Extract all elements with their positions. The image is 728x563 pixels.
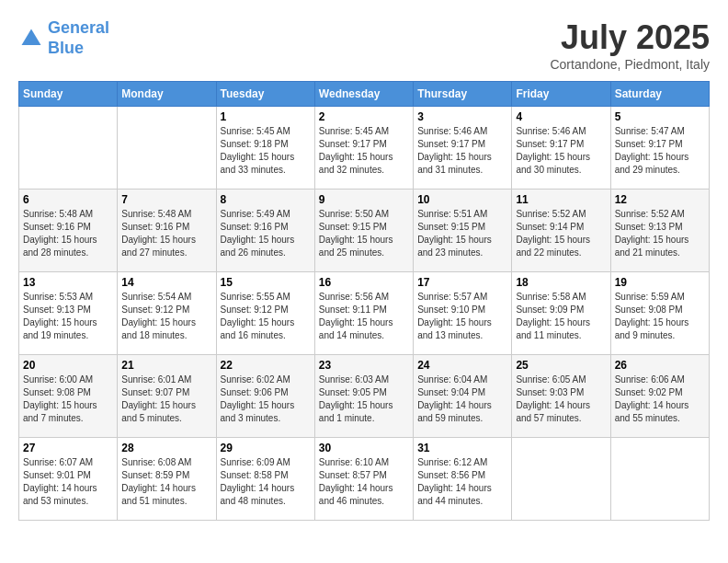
day-info: Sunrise: 6:07 AM Sunset: 9:01 PM Dayligh… xyxy=(23,456,113,508)
calendar-day-cell xyxy=(118,107,216,190)
day-number: 17 xyxy=(417,276,507,289)
month-title: July 2025 xyxy=(550,18,710,57)
day-number: 2 xyxy=(319,110,409,123)
calendar-day-cell xyxy=(610,438,709,521)
weekday-header-tuesday: Tuesday xyxy=(216,82,314,107)
logo: General Blue xyxy=(18,18,109,58)
calendar-day-cell: 30Sunrise: 6:10 AM Sunset: 8:57 PM Dayli… xyxy=(314,438,413,521)
calendar-table: SundayMondayTuesdayWednesdayThursdayFrid… xyxy=(18,81,710,521)
day-info: Sunrise: 5:45 AM Sunset: 9:18 PM Dayligh… xyxy=(221,125,311,177)
page-header: General Blue July 2025 Cortandone, Piedm… xyxy=(18,18,710,72)
calendar-day-cell: 31Sunrise: 6:12 AM Sunset: 8:56 PM Dayli… xyxy=(414,438,512,521)
svg-marker-0 xyxy=(22,29,41,45)
calendar-day-cell: 12Sunrise: 5:52 AM Sunset: 9:13 PM Dayli… xyxy=(610,190,709,272)
calendar-day-cell: 6Sunrise: 5:48 AM Sunset: 9:16 PM Daylig… xyxy=(19,190,118,272)
day-number: 9 xyxy=(319,193,409,206)
logo-icon xyxy=(18,26,44,52)
calendar-day-cell xyxy=(19,107,118,190)
day-number: 1 xyxy=(221,110,311,123)
day-info: Sunrise: 5:46 AM Sunset: 9:17 PM Dayligh… xyxy=(417,125,507,177)
calendar-day-cell: 1Sunrise: 5:45 AM Sunset: 9:18 PM Daylig… xyxy=(216,107,314,190)
calendar-day-cell: 10Sunrise: 5:51 AM Sunset: 9:15 PM Dayli… xyxy=(414,190,512,272)
calendar-day-cell: 13Sunrise: 5:53 AM Sunset: 9:13 PM Dayli… xyxy=(19,272,118,355)
calendar-day-cell: 19Sunrise: 5:59 AM Sunset: 9:08 PM Dayli… xyxy=(610,272,709,355)
calendar-day-cell xyxy=(512,438,610,521)
day-info: Sunrise: 5:47 AM Sunset: 9:17 PM Dayligh… xyxy=(615,125,705,177)
day-number: 16 xyxy=(319,276,409,289)
day-info: Sunrise: 5:45 AM Sunset: 9:17 PM Dayligh… xyxy=(319,125,409,177)
day-number: 19 xyxy=(615,276,705,289)
day-number: 10 xyxy=(417,193,507,206)
day-info: Sunrise: 5:46 AM Sunset: 9:17 PM Dayligh… xyxy=(516,125,606,177)
day-info: Sunrise: 5:51 AM Sunset: 9:15 PM Dayligh… xyxy=(417,208,507,259)
day-info: Sunrise: 6:06 AM Sunset: 9:02 PM Dayligh… xyxy=(615,373,705,425)
calendar-day-cell: 9Sunrise: 5:50 AM Sunset: 9:15 PM Daylig… xyxy=(314,190,413,272)
day-info: Sunrise: 5:50 AM Sunset: 9:15 PM Dayligh… xyxy=(319,208,409,259)
day-number: 12 xyxy=(615,193,705,206)
day-info: Sunrise: 5:48 AM Sunset: 9:16 PM Dayligh… xyxy=(23,208,113,259)
calendar-day-cell: 3Sunrise: 5:46 AM Sunset: 9:17 PM Daylig… xyxy=(414,107,512,190)
calendar-day-cell: 18Sunrise: 5:58 AM Sunset: 9:09 PM Dayli… xyxy=(512,272,610,355)
day-info: Sunrise: 5:54 AM Sunset: 9:12 PM Dayligh… xyxy=(121,291,211,342)
calendar-day-cell: 15Sunrise: 5:55 AM Sunset: 9:12 PM Dayli… xyxy=(216,272,314,355)
day-number: 7 xyxy=(121,193,211,206)
calendar-day-cell: 28Sunrise: 6:08 AM Sunset: 8:59 PM Dayli… xyxy=(118,438,216,521)
calendar-day-cell: 24Sunrise: 6:04 AM Sunset: 9:04 PM Dayli… xyxy=(414,355,512,438)
day-info: Sunrise: 6:02 AM Sunset: 9:06 PM Dayligh… xyxy=(221,373,311,425)
day-number: 4 xyxy=(516,110,606,123)
day-number: 14 xyxy=(121,276,211,289)
calendar-day-cell: 20Sunrise: 6:00 AM Sunset: 9:08 PM Dayli… xyxy=(19,355,118,438)
logo-text: General Blue xyxy=(48,18,109,58)
weekday-header-saturday: Saturday xyxy=(610,82,709,107)
day-info: Sunrise: 6:01 AM Sunset: 9:07 PM Dayligh… xyxy=(121,373,211,425)
day-number: 3 xyxy=(417,110,507,123)
weekday-header-wednesday: Wednesday xyxy=(314,82,413,107)
day-number: 25 xyxy=(516,359,606,372)
day-number: 21 xyxy=(121,359,211,372)
calendar-day-cell: 16Sunrise: 5:56 AM Sunset: 9:11 PM Dayli… xyxy=(314,272,413,355)
calendar-day-cell: 7Sunrise: 5:48 AM Sunset: 9:16 PM Daylig… xyxy=(118,190,216,272)
day-info: Sunrise: 5:58 AM Sunset: 9:09 PM Dayligh… xyxy=(516,291,606,342)
day-number: 26 xyxy=(615,359,705,372)
calendar-day-cell: 14Sunrise: 5:54 AM Sunset: 9:12 PM Dayli… xyxy=(118,272,216,355)
weekday-header-sunday: Sunday xyxy=(19,82,118,107)
calendar-day-cell: 23Sunrise: 6:03 AM Sunset: 9:05 PM Dayli… xyxy=(314,355,413,438)
calendar-week-row: 27Sunrise: 6:07 AM Sunset: 9:01 PM Dayli… xyxy=(19,438,710,521)
day-number: 30 xyxy=(319,442,409,454)
day-info: Sunrise: 5:52 AM Sunset: 9:14 PM Dayligh… xyxy=(516,208,606,259)
logo-blue: Blue xyxy=(48,39,84,57)
day-info: Sunrise: 6:08 AM Sunset: 8:59 PM Dayligh… xyxy=(121,456,211,508)
calendar-day-cell: 2Sunrise: 5:45 AM Sunset: 9:17 PM Daylig… xyxy=(314,107,413,190)
day-info: Sunrise: 6:10 AM Sunset: 8:57 PM Dayligh… xyxy=(319,456,409,508)
day-number: 8 xyxy=(221,193,311,206)
calendar-day-cell: 4Sunrise: 5:46 AM Sunset: 9:17 PM Daylig… xyxy=(512,107,610,190)
calendar-day-cell: 27Sunrise: 6:07 AM Sunset: 9:01 PM Dayli… xyxy=(19,438,118,521)
day-info: Sunrise: 5:59 AM Sunset: 9:08 PM Dayligh… xyxy=(615,291,705,342)
day-number: 20 xyxy=(23,359,113,372)
calendar-week-row: 13Sunrise: 5:53 AM Sunset: 9:13 PM Dayli… xyxy=(19,272,710,355)
day-number: 18 xyxy=(516,276,606,289)
day-number: 28 xyxy=(121,442,211,454)
day-info: Sunrise: 5:53 AM Sunset: 9:13 PM Dayligh… xyxy=(23,291,113,342)
calendar-week-row: 20Sunrise: 6:00 AM Sunset: 9:08 PM Dayli… xyxy=(19,355,710,438)
calendar-week-row: 1Sunrise: 5:45 AM Sunset: 9:18 PM Daylig… xyxy=(19,107,710,190)
calendar-day-cell: 17Sunrise: 5:57 AM Sunset: 9:10 PM Dayli… xyxy=(414,272,512,355)
calendar-day-cell: 22Sunrise: 6:02 AM Sunset: 9:06 PM Dayli… xyxy=(216,355,314,438)
day-info: Sunrise: 5:49 AM Sunset: 9:16 PM Dayligh… xyxy=(221,208,311,259)
title-block: July 2025 Cortandone, Piedmont, Italy xyxy=(550,18,710,72)
calendar-day-cell: 26Sunrise: 6:06 AM Sunset: 9:02 PM Dayli… xyxy=(610,355,709,438)
calendar-day-cell: 5Sunrise: 5:47 AM Sunset: 9:17 PM Daylig… xyxy=(610,107,709,190)
day-info: Sunrise: 5:57 AM Sunset: 9:10 PM Dayligh… xyxy=(417,291,507,342)
day-info: Sunrise: 6:00 AM Sunset: 9:08 PM Dayligh… xyxy=(23,373,113,425)
calendar-day-cell: 11Sunrise: 5:52 AM Sunset: 9:14 PM Dayli… xyxy=(512,190,610,272)
day-number: 24 xyxy=(417,359,507,372)
day-number: 27 xyxy=(23,442,113,454)
day-number: 13 xyxy=(23,276,113,289)
day-info: Sunrise: 6:12 AM Sunset: 8:56 PM Dayligh… xyxy=(417,456,507,508)
day-number: 5 xyxy=(615,110,705,123)
day-info: Sunrise: 5:52 AM Sunset: 9:13 PM Dayligh… xyxy=(615,208,705,259)
day-info: Sunrise: 5:48 AM Sunset: 9:16 PM Dayligh… xyxy=(121,208,211,259)
logo-general: General xyxy=(48,18,109,37)
day-number: 29 xyxy=(221,442,311,454)
calendar-week-row: 6Sunrise: 5:48 AM Sunset: 9:16 PM Daylig… xyxy=(19,190,710,272)
